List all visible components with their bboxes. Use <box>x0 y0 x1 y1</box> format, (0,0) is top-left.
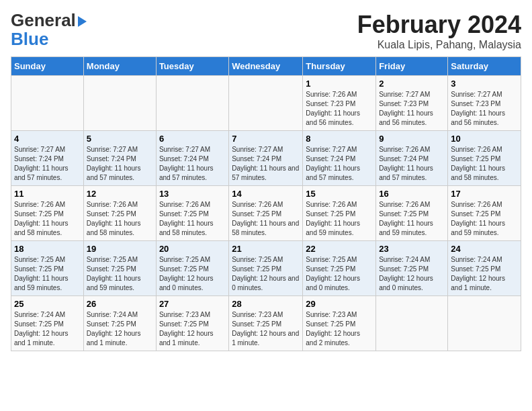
day-info: Sunrise: 7:26 AM Sunset: 7:25 PM Dayligh… <box>379 200 445 238</box>
day-info: Sunrise: 7:25 AM Sunset: 7:25 PM Dayligh… <box>232 255 300 293</box>
calendar-cell: 3Sunrise: 7:27 AM Sunset: 7:23 PM Daylig… <box>448 76 521 131</box>
day-info: Sunrise: 7:26 AM Sunset: 7:25 PM Dayligh… <box>14 200 81 238</box>
calendar-cell <box>448 296 521 351</box>
calendar-cell: 28Sunrise: 7:23 AM Sunset: 7:25 PM Dayli… <box>229 296 303 351</box>
col-header-friday: Friday <box>376 57 448 76</box>
calendar-cell <box>156 76 228 131</box>
day-info: Sunrise: 7:26 AM Sunset: 7:25 PM Dayligh… <box>87 200 153 238</box>
day-number: 23 <box>379 244 445 254</box>
day-number: 24 <box>451 244 518 254</box>
day-number: 5 <box>87 134 153 144</box>
day-number: 13 <box>159 189 226 199</box>
day-info: Sunrise: 7:26 AM Sunset: 7:25 PM Dayligh… <box>306 200 373 238</box>
calendar-cell: 12Sunrise: 7:26 AM Sunset: 7:25 PM Dayli… <box>83 186 156 241</box>
day-info: Sunrise: 7:25 AM Sunset: 7:25 PM Dayligh… <box>87 255 153 293</box>
day-info: Sunrise: 7:24 AM Sunset: 7:25 PM Dayligh… <box>379 255 445 293</box>
calendar-cell: 26Sunrise: 7:24 AM Sunset: 7:25 PM Dayli… <box>83 296 156 351</box>
calendar-cell <box>83 76 156 131</box>
col-header-saturday: Saturday <box>448 57 521 76</box>
col-header-sunday: Sunday <box>11 57 84 76</box>
day-number: 1 <box>306 79 373 89</box>
day-info: Sunrise: 7:27 AM Sunset: 7:24 PM Dayligh… <box>87 145 153 183</box>
day-info: Sunrise: 7:26 AM Sunset: 7:25 PM Dayligh… <box>451 145 518 183</box>
day-number: 3 <box>451 79 518 89</box>
day-info: Sunrise: 7:24 AM Sunset: 7:25 PM Dayligh… <box>14 310 81 348</box>
day-number: 21 <box>232 244 300 254</box>
day-info: Sunrise: 7:27 AM Sunset: 7:24 PM Dayligh… <box>306 145 373 183</box>
day-number: 17 <box>451 189 518 199</box>
col-header-wednesday: Wednesday <box>229 57 303 76</box>
calendar-cell: 5Sunrise: 7:27 AM Sunset: 7:24 PM Daylig… <box>83 131 156 186</box>
day-number: 22 <box>306 244 373 254</box>
calendar-cell: 6Sunrise: 7:27 AM Sunset: 7:24 PM Daylig… <box>156 131 228 186</box>
day-number: 29 <box>306 299 373 309</box>
page-title: February 2024 <box>357 11 521 39</box>
day-info: Sunrise: 7:25 AM Sunset: 7:25 PM Dayligh… <box>14 255 81 293</box>
calendar-cell: 14Sunrise: 7:26 AM Sunset: 7:25 PM Dayli… <box>229 186 303 241</box>
calendar-cell: 27Sunrise: 7:23 AM Sunset: 7:25 PM Dayli… <box>156 296 228 351</box>
day-info: Sunrise: 7:27 AM Sunset: 7:24 PM Dayligh… <box>14 145 81 183</box>
col-header-tuesday: Tuesday <box>156 57 228 76</box>
header: General Blue February 2024 Kuala Lipis, … <box>11 11 521 51</box>
calendar-cell: 9Sunrise: 7:26 AM Sunset: 7:24 PM Daylig… <box>376 131 448 186</box>
logo-blue: Blue <box>11 30 87 48</box>
calendar-cell: 22Sunrise: 7:25 AM Sunset: 7:25 PM Dayli… <box>303 241 376 296</box>
calendar-cell: 23Sunrise: 7:24 AM Sunset: 7:25 PM Dayli… <box>376 241 448 296</box>
calendar-cell: 7Sunrise: 7:27 AM Sunset: 7:24 PM Daylig… <box>229 131 303 186</box>
logo-general: General <box>11 10 76 30</box>
calendar-cell: 15Sunrise: 7:26 AM Sunset: 7:25 PM Dayli… <box>303 186 376 241</box>
calendar-cell: 16Sunrise: 7:26 AM Sunset: 7:25 PM Dayli… <box>376 186 448 241</box>
day-number: 20 <box>159 244 226 254</box>
calendar-cell: 17Sunrise: 7:26 AM Sunset: 7:25 PM Dayli… <box>448 186 521 241</box>
calendar-cell: 29Sunrise: 7:23 AM Sunset: 7:25 PM Dayli… <box>303 296 376 351</box>
calendar-cell: 1Sunrise: 7:26 AM Sunset: 7:23 PM Daylig… <box>303 76 376 131</box>
calendar-cell: 11Sunrise: 7:26 AM Sunset: 7:25 PM Dayli… <box>11 186 84 241</box>
day-number: 16 <box>379 189 445 199</box>
day-info: Sunrise: 7:27 AM Sunset: 7:24 PM Dayligh… <box>159 145 226 183</box>
day-number: 18 <box>14 244 81 254</box>
page-subtitle: Kuala Lipis, Pahang, Malaysia <box>357 39 521 51</box>
day-info: Sunrise: 7:24 AM Sunset: 7:25 PM Dayligh… <box>451 255 518 293</box>
day-number: 11 <box>14 189 81 199</box>
day-info: Sunrise: 7:26 AM Sunset: 7:25 PM Dayligh… <box>451 200 518 238</box>
day-info: Sunrise: 7:24 AM Sunset: 7:25 PM Dayligh… <box>87 310 153 348</box>
title-area: February 2024 Kuala Lipis, Pahang, Malay… <box>357 11 521 51</box>
day-number: 4 <box>14 134 81 144</box>
day-number: 10 <box>451 134 518 144</box>
calendar-cell: 8Sunrise: 7:27 AM Sunset: 7:24 PM Daylig… <box>303 131 376 186</box>
calendar-cell <box>229 76 303 131</box>
calendar-cell: 4Sunrise: 7:27 AM Sunset: 7:24 PM Daylig… <box>11 131 84 186</box>
day-number: 25 <box>14 299 81 309</box>
logo: General Blue <box>11 11 87 48</box>
day-number: 7 <box>232 134 300 144</box>
day-info: Sunrise: 7:27 AM Sunset: 7:23 PM Dayligh… <box>379 90 445 128</box>
day-number: 6 <box>159 134 226 144</box>
day-number: 12 <box>87 189 153 199</box>
day-info: Sunrise: 7:26 AM Sunset: 7:25 PM Dayligh… <box>159 200 226 238</box>
col-header-thursday: Thursday <box>303 57 376 76</box>
calendar-cell: 21Sunrise: 7:25 AM Sunset: 7:25 PM Dayli… <box>229 241 303 296</box>
calendar-cell: 10Sunrise: 7:26 AM Sunset: 7:25 PM Dayli… <box>448 131 521 186</box>
day-number: 2 <box>379 79 445 89</box>
day-number: 9 <box>379 134 445 144</box>
calendar-cell: 24Sunrise: 7:24 AM Sunset: 7:25 PM Dayli… <box>448 241 521 296</box>
day-info: Sunrise: 7:27 AM Sunset: 7:23 PM Dayligh… <box>451 90 518 128</box>
day-info: Sunrise: 7:26 AM Sunset: 7:25 PM Dayligh… <box>232 200 300 238</box>
calendar-cell: 2Sunrise: 7:27 AM Sunset: 7:23 PM Daylig… <box>376 76 448 131</box>
logo-arrow-icon <box>78 16 87 27</box>
day-number: 27 <box>159 299 226 309</box>
calendar-cell: 19Sunrise: 7:25 AM Sunset: 7:25 PM Dayli… <box>83 241 156 296</box>
day-number: 8 <box>306 134 373 144</box>
calendar-cell: 25Sunrise: 7:24 AM Sunset: 7:25 PM Dayli… <box>11 296 84 351</box>
calendar-cell <box>11 76 84 131</box>
day-info: Sunrise: 7:23 AM Sunset: 7:25 PM Dayligh… <box>159 310 226 348</box>
day-number: 28 <box>232 299 300 309</box>
day-info: Sunrise: 7:26 AM Sunset: 7:24 PM Dayligh… <box>379 145 445 183</box>
calendar-cell: 20Sunrise: 7:25 AM Sunset: 7:25 PM Dayli… <box>156 241 228 296</box>
col-header-monday: Monday <box>83 57 156 76</box>
day-info: Sunrise: 7:23 AM Sunset: 7:25 PM Dayligh… <box>306 310 373 348</box>
day-info: Sunrise: 7:25 AM Sunset: 7:25 PM Dayligh… <box>159 255 226 293</box>
day-info: Sunrise: 7:27 AM Sunset: 7:24 PM Dayligh… <box>232 145 300 183</box>
day-info: Sunrise: 7:25 AM Sunset: 7:25 PM Dayligh… <box>306 255 373 293</box>
day-number: 26 <box>87 299 153 309</box>
